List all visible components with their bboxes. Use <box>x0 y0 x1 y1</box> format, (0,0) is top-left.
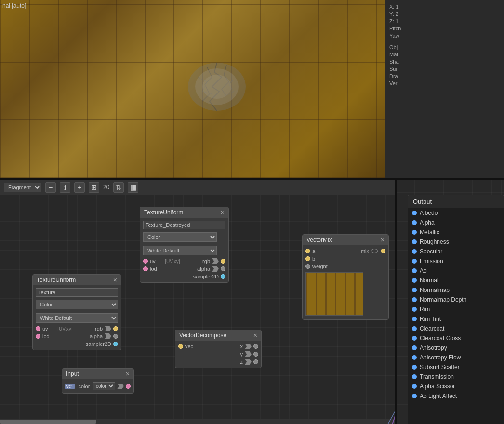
lod-socket-in-2 <box>36 334 40 339</box>
output-item-specular[interactable]: Specular <box>408 247 504 256</box>
info-sur: Sur <box>389 66 500 72</box>
output-label-normalmap-depth: Normalmap Depth <box>420 296 466 303</box>
arrows-button[interactable]: ⇅ <box>113 182 124 193</box>
output-item-ao[interactable]: Ao <box>408 266 504 276</box>
output-item-roughness[interactable]: Roughness <box>408 237 504 247</box>
output-label-normal: Normal <box>420 277 438 284</box>
output-item-albedo[interactable]: Albedo <box>408 208 504 218</box>
color-type-select[interactable]: color <box>93 382 115 390</box>
info-button[interactable]: ℹ <box>60 182 70 193</box>
info-yaw: Yaw <box>389 33 500 39</box>
output-label-subsurf-scatter: Subsurf Scatter <box>420 364 460 371</box>
rgb-out-2 <box>113 326 118 331</box>
output-label-clearcoat-gloss: Clearcoat Gloss <box>420 335 461 342</box>
output-item-alpha-scissor[interactable]: Alpha Scissor <box>408 382 504 391</box>
output-item-normalmap-depth[interactable]: Normalmap Depth <box>408 295 504 305</box>
output-panel: Output AlbedoAlphaMetallicRoughnessSpecu… <box>408 195 504 424</box>
output-label-emission: Emission <box>420 258 443 265</box>
output-items-list: AlbedoAlphaMetallicRoughnessSpecularEmis… <box>408 208 504 401</box>
a-socket-in <box>305 249 310 253</box>
horizontal-scrollbar[interactable] <box>0 419 395 424</box>
scrollbar-thumb[interactable] <box>0 420 96 424</box>
vector-mix-preview <box>305 272 363 316</box>
texture-name-input-1[interactable] <box>143 221 225 229</box>
input-node: Input × vc↑ color color <box>62 368 134 394</box>
close-texture-uniform-2[interactable]: × <box>113 277 117 283</box>
viewport-label: nal [auto] <box>2 2 26 9</box>
texture-uniform-node-2: TextureUniform × Color White Default uv … <box>32 274 121 350</box>
close-texture-uniform-1[interactable]: × <box>221 209 225 216</box>
output-dot-anisotropy <box>412 345 417 350</box>
output-item-clearcoat-gloss[interactable]: Clearcoat Gloss <box>408 333 504 343</box>
texture-uniform-1-header: TextureUniform × <box>140 207 228 218</box>
output-item-normal[interactable]: Normal <box>408 276 504 285</box>
white-default-select-1[interactable]: White Default <box>143 246 217 255</box>
x-socket-out <box>245 344 252 349</box>
output-label-transmission: Transmission <box>420 373 454 380</box>
alpha-out-1 <box>221 266 225 271</box>
output-label-anisotropy: Anisotropy <box>420 344 447 351</box>
viewport: nal [auto] <box>0 0 385 178</box>
grid-button[interactable]: ▦ <box>128 182 138 193</box>
uv-socket-in-1 <box>143 259 148 264</box>
b-socket-in <box>305 256 310 261</box>
output-label-rim-tint: Rim Tint <box>420 316 441 322</box>
output-item-anisotropy[interactable]: Anisotropy <box>408 343 504 353</box>
y-out <box>253 352 258 357</box>
output-item-clearcoat[interactable]: Clearcoat <box>408 324 504 333</box>
output-dot-specular <box>412 249 417 254</box>
output-dot-subsurf-scatter <box>412 365 417 370</box>
white-default-select-2[interactable]: White Default <box>36 313 118 323</box>
color-select-1[interactable]: Color <box>143 232 217 242</box>
texture-name-input-2[interactable] <box>36 288 118 297</box>
alpha-socket-out-1 <box>212 266 219 272</box>
output-item-emission[interactable]: Emission <box>408 256 504 266</box>
output-dot-alpha-scissor <box>412 384 417 389</box>
output-label-ao-light-affect: Ao Light Affect <box>420 393 457 399</box>
info-x: X: 1 <box>389 4 500 10</box>
output-label-normalmap: Normalmap <box>420 287 450 293</box>
output-label-clearcoat: Clearcoat <box>420 325 444 332</box>
color-select-2[interactable]: Color <box>36 300 118 309</box>
zoom-out-button[interactable]: − <box>45 182 56 193</box>
close-vector-decompose[interactable]: × <box>253 332 257 339</box>
color-out-socket <box>126 384 131 389</box>
output-item-normalmap[interactable]: Normalmap <box>408 285 504 295</box>
close-vector-mix[interactable]: × <box>381 237 385 243</box>
uv-socket-in-2 <box>36 326 40 331</box>
output-item-metallic[interactable]: Metallic <box>408 227 504 237</box>
vector-mix-header: VectorMix × <box>303 235 388 245</box>
output-label-alpha-scissor: Alpha Scissor <box>420 383 455 390</box>
alpha-socket-out-2 <box>105 333 111 339</box>
close-input-node[interactable]: × <box>126 371 130 377</box>
output-label-rim: Rim <box>420 306 430 313</box>
rgb-out-1 <box>221 259 225 264</box>
zoom-in-button[interactable]: + <box>74 182 85 193</box>
z-socket-out <box>245 359 252 365</box>
output-item-transmission[interactable]: Transmission <box>408 372 504 382</box>
info-z: Z: 1 <box>389 18 500 24</box>
vec3-badge: vc↑ <box>65 384 75 389</box>
alpha-out-2 <box>113 334 118 339</box>
mode-select[interactable]: Fragment <box>4 183 41 192</box>
output-item-rim-tint[interactable]: Rim Tint <box>408 314 504 324</box>
vector-mix-node: VectorMix × a mix b weight <box>302 234 389 320</box>
crack-overlay <box>169 39 265 135</box>
output-dot-normalmap-depth <box>412 297 417 302</box>
output-item-alpha[interactable]: Alpha <box>408 218 504 227</box>
output-item-ao-light-affect[interactable]: Ao Light Affect <box>408 391 504 401</box>
output-dot-normal <box>412 278 417 283</box>
output-item-rim[interactable]: Rim <box>408 305 504 314</box>
vector-decompose-node: VectorDecompose × vec x y z <box>175 330 262 368</box>
vec-socket-in <box>178 344 183 349</box>
output-label-roughness: Roughness <box>420 238 449 245</box>
lod-socket-in-1 <box>143 266 148 271</box>
output-dot-roughness <box>412 239 417 244</box>
pin-button[interactable]: ⊞ <box>89 182 99 193</box>
output-label-metallic: Metallic <box>420 229 439 236</box>
input-node-header: Input × <box>62 369 133 379</box>
output-item-anisotropy-flow[interactable]: Anisotropy Flow <box>408 353 504 362</box>
output-item-subsurf-scatter[interactable]: Subsurf Scatter <box>408 362 504 372</box>
output-label-anisotropy-flow: Anisotropy Flow <box>420 354 461 361</box>
output-dot-emission <box>412 259 417 264</box>
